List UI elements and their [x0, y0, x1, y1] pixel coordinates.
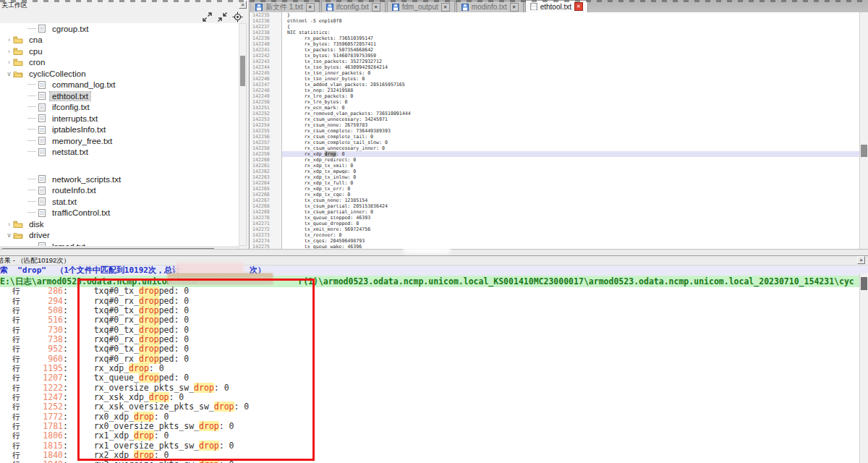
summary-redaction-blur: [176, 263, 243, 273]
code-line: 142262 rx_xdp_tx_mpwqe: 0: [250, 169, 859, 174]
tree-connector: [27, 212, 36, 213]
tab-close-icon[interactable]: ✕: [306, 3, 315, 12]
code-text: rx_csum_none: 26759783: [282, 122, 859, 128]
result-row-label: 行: [12, 344, 22, 354]
code-line: 142265 rx_xdp_tx_err: 0: [250, 186, 859, 192]
scrollbar-thumb[interactable]: [240, 56, 245, 86]
collapse-all-button[interactable]: [217, 12, 228, 22]
chevron-right-icon[interactable]: ›: [5, 59, 13, 66]
tree-connector: [27, 106, 36, 108]
result-line-number: 1806: [22, 431, 63, 441]
editor-vertical-scrollbar[interactable]: [859, 12, 868, 249]
tab-fdm-output[interactable]: fdm_output✕: [387, 1, 455, 12]
tree-file-lsmod-txt[interactable]: lsmod.txt: [0, 241, 239, 246]
tree-file-memory-free-txt[interactable]: memory_free.txt: [0, 135, 239, 147]
tab-label: ethtool.txt: [540, 3, 571, 11]
tab-ifconfig-txt[interactable]: ifconfig.txt✕: [321, 1, 386, 12]
tab-close-icon[interactable]: ✕: [574, 2, 583, 11]
tree-folder-cycliccollection[interactable]: ∨cyclicCollection: [0, 68, 239, 80]
code-line: 142237{: [250, 24, 859, 30]
chevron-right-icon[interactable]: ›: [5, 48, 13, 55]
tree-file-command-log-txt[interactable]: command_log.txt: [0, 80, 239, 91]
result-line-number: 1247: [22, 393, 63, 402]
tree-file-ethtool-txt[interactable]: ethtool.txt: [0, 90, 239, 102]
tab-label: modinfo.txt: [472, 3, 507, 11]
workspace-panel: 关工作区 × cgroup.txt›cna›cpu›cron∨cyclicCol…: [0, 0, 250, 255]
tab-close-icon[interactable]: ✕: [372, 3, 380, 12]
tree-folder-cron[interactable]: ›cron: [0, 57, 239, 69]
expand-all-icon: [202, 12, 213, 22]
result-line-number: 1195: [22, 364, 63, 373]
code-line: 142251 rx_ecn_mark: 0: [250, 105, 859, 111]
line-number: 142273: [250, 232, 282, 238]
tree-item-label: memory_free.txt: [50, 137, 114, 145]
locate-file-icon: [232, 12, 243, 22]
tree-file-stat-txt[interactable]: stat.txt: [0, 196, 239, 208]
tab-close-icon[interactable]: ✕: [441, 3, 450, 12]
results-vertical-scrollbar[interactable]: [859, 273, 868, 463]
expand-all-button[interactable]: [202, 12, 213, 22]
tree-file-trafficcontrol-txt[interactable]: trafficControl.txt: [0, 208, 239, 219]
file-icon: [38, 91, 46, 101]
folder-open-icon: [13, 69, 23, 78]
scrollbar-thumb[interactable]: [861, 277, 867, 290]
tree-file-ifconfig-txt[interactable]: ifconfig.txt: [0, 102, 239, 114]
file-icon: [38, 186, 46, 195]
code-text: tx_csum_none: 12385154: [282, 197, 859, 203]
code-line: 142243 tx_tso_packets: 35272932712: [250, 59, 859, 64]
code-text: {: [282, 24, 859, 30]
file-icon: [38, 242, 46, 246]
chevron-down-icon[interactable]: ∨: [5, 70, 13, 77]
result-row-label: 行: [12, 364, 22, 373]
results-close-button[interactable]: ×: [857, 256, 865, 264]
code-line: 142259 rx_xdp_drop: 0: [250, 151, 859, 157]
result-line-number: 516: [22, 315, 63, 325]
code-text: tx_recover: 0: [282, 232, 859, 238]
tree-file-cgroup-txt[interactable]: cgroup.txt: [0, 23, 239, 35]
line-number: 142266: [250, 192, 282, 197]
tree-folder-cna[interactable]: ›cna: [0, 35, 239, 46]
tree-item-label: interrupts.txt: [50, 114, 100, 123]
tab--1-txt[interactable]: 新文件 1.txt✕: [250, 1, 320, 12]
tree-file-network-scripts-txt[interactable]: network_scripts.txt: [0, 174, 239, 185]
chevron-right-icon[interactable]: ›: [5, 36, 13, 43]
line-number: 142247: [250, 82, 282, 88]
tree-connector: [27, 84, 36, 85]
code-line: 142245 tx_tso_inner_packets: 0: [250, 70, 859, 76]
line-number: 142272: [250, 226, 282, 232]
result-line-number: 294: [22, 297, 63, 306]
line-number: 142252: [250, 111, 282, 116]
tree-folder-disk[interactable]: ›disk: [0, 218, 239, 230]
code-line: 142270 tx_queue_stopped: 46393: [250, 215, 859, 221]
chevron-right-icon[interactable]: ›: [5, 221, 13, 228]
line-number: 142248: [250, 88, 282, 93]
tab-modinfo-txt[interactable]: modinfo.txt✕: [456, 1, 524, 12]
tree-file-interrupts-txt[interactable]: interrupts.txt: [0, 113, 239, 124]
result-line-number: 508: [22, 306, 63, 315]
tree-folder-driver[interactable]: ∨driver: [0, 230, 239, 242]
tree-vertical-scrollbar[interactable]: [239, 23, 247, 246]
chevron-down-icon[interactable]: ∨: [5, 232, 13, 239]
code-text: tx_tso_bytes: 463099429284214: [282, 64, 859, 70]
scrollbar-thumb[interactable]: [861, 145, 867, 157]
line-number: 142263: [250, 174, 282, 180]
file-icon: [38, 136, 46, 145]
code-line: 142274 tx_cqes: 204596498793: [250, 238, 859, 244]
tree-file-routeinfo-txt[interactable]: routeInfo.txt: [0, 185, 239, 197]
locate-file-button[interactable]: [232, 12, 243, 22]
line-number: 142257: [250, 140, 282, 145]
tree-item-label: cgroup.txt: [50, 25, 91, 33]
result-line-number: 1222: [22, 383, 63, 393]
tree-folder-cpu[interactable]: ›cpu: [0, 46, 239, 57]
tree-file-netstat-txt[interactable]: netstat.txt: [0, 147, 239, 158]
code-text: tx_bytes: 514607839753959: [282, 53, 859, 59]
editor-area[interactable]: 142235}142236ethtool -S enp1s0f0142237{1…: [250, 12, 859, 249]
tab-close-icon[interactable]: ✕: [510, 3, 519, 12]
tree-file-iptablesinfo-txt[interactable]: iptablesInfo.txt: [0, 124, 239, 136]
code-line: 142272 tx_xmit_more: 569724756: [250, 226, 859, 232]
result-row-label: 行: [12, 460, 22, 463]
line-number: 142244: [250, 64, 282, 70]
line-number: 142259: [250, 151, 282, 157]
code-text: rx_xdp_redirect: 0: [282, 157, 859, 163]
line-number: 142258: [250, 145, 282, 151]
